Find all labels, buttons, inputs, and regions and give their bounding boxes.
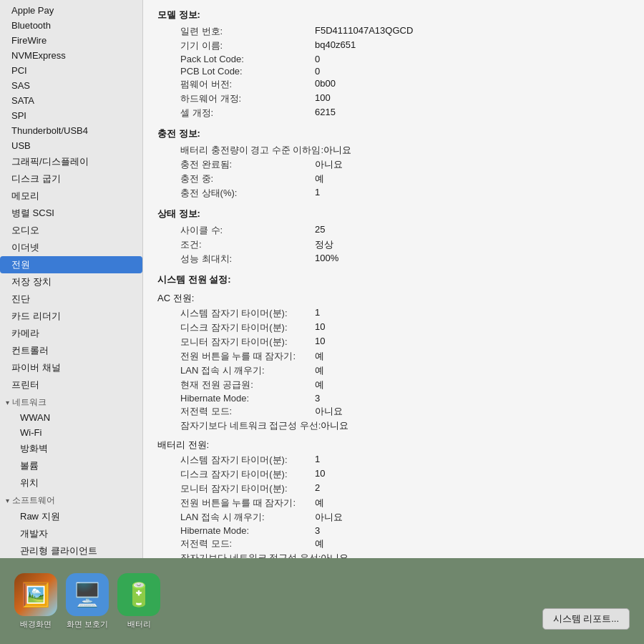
sidebar-item-usb[interactable]: USB xyxy=(0,138,142,153)
status-info-title: 상태 정보: xyxy=(157,208,630,220)
value-charge-complete: 아니요 xyxy=(315,158,343,171)
sidebar-item-managed-client[interactable]: 관리형 클라이언트 xyxy=(0,542,142,558)
value-condition: 정상 xyxy=(315,238,333,251)
value-bat-power-btn: 예 xyxy=(315,497,324,509)
sidebar-section-network[interactable]: ▾ 네트워크 xyxy=(0,394,142,410)
ac-section-label: AC 전원: xyxy=(157,292,630,305)
ac-hibernate-mode: Hibernate Mode: 3 xyxy=(157,392,630,404)
sidebar-item-firewire[interactable]: FireWire xyxy=(0,33,142,48)
value-hw-revision: 100 xyxy=(315,92,331,105)
value-ac-disk-sleep: 10 xyxy=(315,321,325,334)
status-info-section: 상태 정보: 사이클 수: 25 조건: 정상 성능 최대치: 100% xyxy=(157,208,630,266)
ac-power-btn-sleep: 전원 버튼을 누를 때 잠자기: 예 xyxy=(157,349,630,364)
value-ac-hibernate: 3 xyxy=(315,393,320,404)
charging-low-warning: 배터리 충전량이 경고 수준 이하임: 아니요 xyxy=(157,143,630,157)
main-window: Apple Pay Bluetooth FireWire NVMExpress … xyxy=(0,0,644,558)
sidebar-item-fiber-channel[interactable]: 파이버 채널 xyxy=(0,359,142,376)
label-charging: 충전 중: xyxy=(157,172,315,185)
label-ac-hibernate: Hibernate Mode: xyxy=(157,393,315,404)
power-settings-title: 시스템 전원 설정: xyxy=(157,273,630,286)
label-ac-current-source: 현재 전원 공급원: xyxy=(157,379,315,391)
charging-percent: 충전 상태(%): 1 xyxy=(157,186,630,200)
sidebar-item-sata[interactable]: SATA xyxy=(0,93,142,108)
value-charge-pct: 1 xyxy=(315,187,320,200)
wallpaper-icon: 🖼️ xyxy=(14,573,57,616)
ac-monitor-sleep: 모니터 잠자기 타이머(분): 10 xyxy=(157,335,630,349)
sidebar-item-power[interactable]: 전원 xyxy=(0,256,142,273)
label-ac-monitor-sleep: 모니터 잠자기 타이머(분): xyxy=(157,336,315,348)
sidebar-item-audio[interactable]: 오디오 xyxy=(0,222,142,239)
value-ac-current-source: 예 xyxy=(315,379,324,391)
sidebar-item-bluetooth[interactable]: Bluetooth xyxy=(0,18,142,33)
sidebar-item-volumes[interactable]: 볼륨 xyxy=(0,457,142,474)
sidebar-item-firewall[interactable]: 방화벽 xyxy=(0,440,142,457)
sidebar-item-wifi[interactable]: Wi-Fi xyxy=(0,425,142,440)
value-cell-revision: 6215 xyxy=(315,107,336,119)
label-firmware: 펌웨어 버전: xyxy=(157,78,315,91)
charging-info-title: 충전 정보: xyxy=(157,127,630,140)
ac-lan-wake: LAN 접속 시 깨우기: 예 xyxy=(157,364,630,378)
dock-item-screensaver[interactable]: 🖥️ 화면 보호기 xyxy=(66,573,109,630)
sidebar-item-apple-pay[interactable]: Apple Pay xyxy=(0,3,142,18)
model-pcb-lot: PCB Lot Code: 0 xyxy=(157,65,630,77)
value-bat-lan-wake: 아니요 xyxy=(315,511,343,524)
sidebar-item-graphics[interactable]: 그래픽/디스플레이 xyxy=(0,153,142,170)
label-ac-power-btn: 전원 버튼을 누를 때 잠자기: xyxy=(157,350,315,363)
sidebar: Apple Pay Bluetooth FireWire NVMExpress … xyxy=(0,0,143,558)
value-ac-sys-sleep: 1 xyxy=(315,307,320,320)
sidebar-item-spi[interactable]: SPI xyxy=(0,108,142,123)
model-firmware: 펌웨어 버전: 0b00 xyxy=(157,77,630,92)
label-cell-revision: 셀 개정: xyxy=(157,107,315,119)
sidebar-item-disk[interactable]: 디스크 굽기 xyxy=(0,170,142,187)
sidebar-item-ethernet[interactable]: 이더넷 xyxy=(0,239,142,256)
label-ac-network-priority: 잠자기보다 네트워크 접근성 우선: xyxy=(157,419,321,432)
ac-low-power: 저전력 모드: 아니요 xyxy=(157,404,630,419)
sidebar-item-pci[interactable]: PCI xyxy=(0,63,142,78)
sidebar-item-diagnostics[interactable]: 진단 xyxy=(0,291,142,308)
value-firmware: 0b00 xyxy=(315,78,336,91)
sidebar-item-controller[interactable]: 컨트롤러 xyxy=(0,342,142,359)
sidebar-item-sas[interactable]: SAS xyxy=(0,78,142,93)
value-ac-low-power: 아니요 xyxy=(315,405,343,418)
battery-label: 배터리 xyxy=(127,619,151,630)
status-condition: 조건: 정상 xyxy=(157,238,630,252)
charging-in-progress: 충전 중: 예 xyxy=(157,172,630,186)
label-max-perf: 성능 최대치: xyxy=(157,253,315,265)
sidebar-item-parallel-scsi[interactable]: 병렬 SCSI xyxy=(0,205,142,222)
value-bat-network-priority: 아니요 xyxy=(321,552,348,558)
ac-sys-sleep: 시스템 잠자기 타이머(분): 1 xyxy=(157,306,630,321)
sidebar-item-printer[interactable]: 프린터 xyxy=(0,376,142,394)
label-bat-sys-sleep: 시스템 잠자기 타이머(분): xyxy=(157,454,315,467)
label-ac-sys-sleep: 시스템 잠자기 타이머(분): xyxy=(157,307,315,320)
sidebar-item-memory[interactable]: 메모리 xyxy=(0,187,142,205)
sidebar-item-nvmexpress[interactable]: NVMExpress xyxy=(0,48,142,63)
label-bat-power-btn: 전원 버튼을 누를 때 잠자기: xyxy=(157,497,315,509)
value-max-perf: 100% xyxy=(315,253,338,265)
label-hw-revision: 하드웨어 개정: xyxy=(157,92,315,105)
sidebar-item-camera[interactable]: 카메라 xyxy=(0,325,142,342)
label-condition: 조건: xyxy=(157,238,315,251)
chevron-down-icon: ▾ xyxy=(6,497,9,504)
sidebar-item-card-reader[interactable]: 카드 리더기 xyxy=(0,308,142,325)
sidebar-item-thunderbolt[interactable]: Thunderbolt/USB4 xyxy=(0,123,142,138)
value-low-warning: 아니요 xyxy=(323,144,351,157)
sidebar-item-wwan[interactable]: WWAN xyxy=(0,410,142,425)
sidebar-item-raw[interactable]: Raw 지원 xyxy=(0,508,142,525)
label-bat-network-priority: 잠자기보다 네트워크 접근성 우선: xyxy=(157,552,321,558)
label-charge-complete: 충전 완료됨: xyxy=(157,158,315,171)
dock-item-wallpaper[interactable]: 🖼️ 배경화면 xyxy=(14,573,57,630)
sidebar-item-developer[interactable]: 개발자 xyxy=(0,525,142,542)
sidebar-section-software[interactable]: ▾ 소프트웨어 xyxy=(0,492,142,508)
value-cycle: 25 xyxy=(315,224,325,237)
label-charge-pct: 충전 상태(%): xyxy=(157,187,315,200)
sidebar-item-storage[interactable]: 저장 장치 xyxy=(0,273,142,291)
value-bat-disk-sleep: 10 xyxy=(315,468,325,481)
system-report-button[interactable]: 시스템 리포트... xyxy=(542,608,630,630)
dock-item-battery[interactable]: 🔋 배터리 xyxy=(117,573,160,630)
label-low-warning: 배터리 충전량이 경고 수준 이하임: xyxy=(157,144,323,157)
value-bat-monitor-sleep: 2 xyxy=(315,482,320,495)
label-device-name: 기기 이름: xyxy=(157,39,315,52)
sidebar-item-location[interactable]: 위치 xyxy=(0,474,142,492)
label-bat-low-power: 저전력 모드: xyxy=(157,537,315,550)
label-ac-lan-wake: LAN 접속 시 깨우기: xyxy=(157,364,315,377)
